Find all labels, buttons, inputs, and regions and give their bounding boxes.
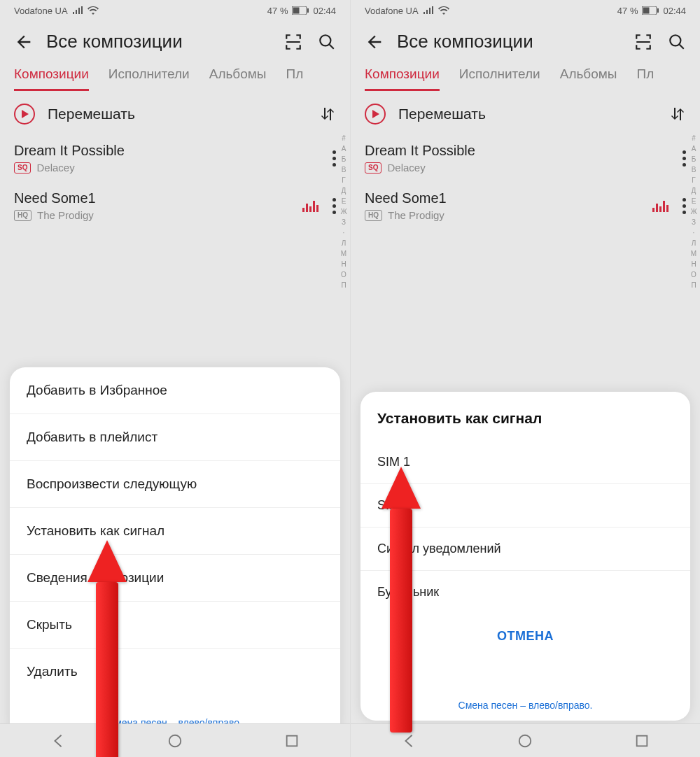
status-time: 02:44 xyxy=(313,6,336,16)
shuffle-row[interactable]: Перемешать xyxy=(0,91,350,134)
song-title: Dream It Possible xyxy=(365,143,682,159)
svg-rect-2 xyxy=(307,8,309,13)
shuffle-play-icon xyxy=(14,104,35,125)
song-title: Dream It Possible xyxy=(14,143,332,159)
context-menu-sheet: Добавить в Избранное Добавить в плейлист… xyxy=(10,367,340,738)
svg-point-4 xyxy=(169,735,181,747)
quality-badge-sq: SQ xyxy=(14,162,31,174)
app-header: Все композиции xyxy=(0,21,350,61)
shuffle-play-icon xyxy=(365,104,386,125)
sort-icon[interactable] xyxy=(669,106,686,122)
menu-delete[interactable]: Удалить xyxy=(10,649,340,695)
tab-more[interactable]: Пл xyxy=(637,66,654,91)
app-header: Все композиции xyxy=(351,21,700,61)
more-icon[interactable] xyxy=(332,198,336,214)
menu-set-ringtone[interactable]: Установить как сигнал xyxy=(10,508,340,555)
svg-point-9 xyxy=(670,35,680,45)
svg-rect-11 xyxy=(636,735,647,746)
battery-percent: 47 % xyxy=(617,6,638,16)
song-title: Need Some1 xyxy=(365,190,652,206)
playback-hint: Смена песен – влево/вправо. xyxy=(360,700,690,711)
status-bar: Vodafone UA 47 % 02:44 xyxy=(351,0,700,21)
song-row[interactable]: Dream It Possible SQ Delacey xyxy=(0,134,350,182)
svg-point-3 xyxy=(320,35,330,45)
more-icon[interactable] xyxy=(682,198,686,214)
back-icon[interactable] xyxy=(365,32,384,52)
menu-add-favorite[interactable]: Добавить в Избранное xyxy=(10,367,340,414)
song-row[interactable]: Need Some1 HQ The Prodigy xyxy=(0,182,350,229)
status-time: 02:44 xyxy=(663,6,686,16)
alphabet-index[interactable]: #АБ ВГД ЕЖЗ ·ЛМ НОП xyxy=(339,133,349,290)
song-row[interactable]: Dream It Possible SQ Delacey xyxy=(351,134,700,182)
option-alarm[interactable]: Будильник xyxy=(360,571,690,614)
ringtone-dialog-sheet: Установить как сигнал SIM 1 SIM 2 Сигнал… xyxy=(360,392,690,721)
tab-artists[interactable]: Исполнители xyxy=(459,66,540,91)
svg-point-10 xyxy=(519,735,531,747)
status-bar: Vodafone UA 47 % 02:44 xyxy=(0,0,350,21)
tab-artists[interactable]: Исполнители xyxy=(108,66,190,91)
option-sim2[interactable]: SIM 2 xyxy=(360,484,690,528)
nav-back-icon[interactable] xyxy=(401,733,416,749)
nav-back-icon[interactable] xyxy=(50,733,66,749)
back-icon[interactable] xyxy=(14,32,34,52)
menu-hide[interactable]: Скрыть xyxy=(10,602,340,649)
search-icon[interactable] xyxy=(318,33,336,51)
shuffle-row[interactable]: Перемешать xyxy=(351,91,700,134)
tab-compositions[interactable]: Композиции xyxy=(365,66,440,91)
tab-albums[interactable]: Альбомы xyxy=(209,66,267,91)
content-area: Перемешать Dream It Possible SQ Delacey … xyxy=(351,91,700,229)
scan-icon[interactable] xyxy=(634,33,652,51)
menu-add-playlist[interactable]: Добавить в плейлист xyxy=(10,414,340,461)
option-notification[interactable]: Сигнал уведомлений xyxy=(360,528,690,571)
tab-bar: Композиции Исполнители Альбомы Пл xyxy=(351,61,700,91)
signal-icon xyxy=(423,6,434,15)
song-artist: Delacey xyxy=(387,162,425,174)
nav-home-icon[interactable] xyxy=(167,733,183,749)
battery-icon xyxy=(642,6,659,15)
song-row[interactable]: Need Some1 HQ The Prodigy xyxy=(351,182,700,229)
wifi-icon xyxy=(88,6,99,15)
quality-badge-hq: HQ xyxy=(365,210,382,221)
tab-more[interactable]: Пл xyxy=(286,66,304,91)
phone-screenshot-left: Vodafone UA 47 % 02:44 Все композиции xyxy=(0,0,350,757)
more-icon[interactable] xyxy=(332,150,336,167)
sort-icon[interactable] xyxy=(319,106,336,122)
song-artist: Delacey xyxy=(36,162,74,174)
svg-rect-1 xyxy=(293,8,300,14)
svg-rect-8 xyxy=(657,8,659,13)
nav-recent-icon[interactable] xyxy=(284,733,300,749)
tab-compositions[interactable]: Композиции xyxy=(14,66,89,91)
now-playing-icon xyxy=(652,199,668,212)
nav-recent-icon[interactable] xyxy=(634,733,650,749)
carrier-label: Vodafone UA xyxy=(14,6,68,16)
scan-icon[interactable] xyxy=(284,33,302,51)
search-icon[interactable] xyxy=(668,33,686,51)
nav-home-icon[interactable] xyxy=(517,733,533,749)
svg-rect-5 xyxy=(286,735,297,746)
battery-icon xyxy=(292,6,309,15)
wifi-icon xyxy=(438,6,449,15)
battery-percent: 47 % xyxy=(267,6,288,16)
carrier-label: Vodafone UA xyxy=(365,6,419,16)
signal-icon xyxy=(72,6,83,15)
content-area: Перемешать Dream It Possible SQ Delacey … xyxy=(0,91,350,229)
menu-play-next[interactable]: Воспроизвести следующую xyxy=(10,461,340,508)
phone-screenshot-right: Vodafone UA 47 % 02:44 Все композиции xyxy=(350,0,700,757)
song-artist: The Prodigy xyxy=(388,209,444,221)
more-icon[interactable] xyxy=(682,150,686,167)
shuffle-label: Перемешать xyxy=(398,106,657,122)
shuffle-label: Перемешать xyxy=(48,106,307,122)
page-title: Все композиции xyxy=(397,31,622,52)
alphabet-index[interactable]: #АБ ВГД ЕЖЗ ·ЛМ НОП xyxy=(689,133,699,290)
song-artist: The Prodigy xyxy=(37,209,94,221)
quality-badge-sq: SQ xyxy=(365,162,382,174)
now-playing-icon xyxy=(302,199,318,212)
tab-albums[interactable]: Альбомы xyxy=(560,66,617,91)
menu-song-info[interactable]: Сведения композиции xyxy=(10,555,340,602)
cancel-button[interactable]: ОТМЕНА xyxy=(360,614,690,659)
nav-bar xyxy=(351,723,700,757)
option-sim1[interactable]: SIM 1 xyxy=(360,441,690,484)
nav-bar xyxy=(0,723,350,757)
quality-badge-hq: HQ xyxy=(14,210,31,221)
svg-rect-7 xyxy=(643,8,650,14)
